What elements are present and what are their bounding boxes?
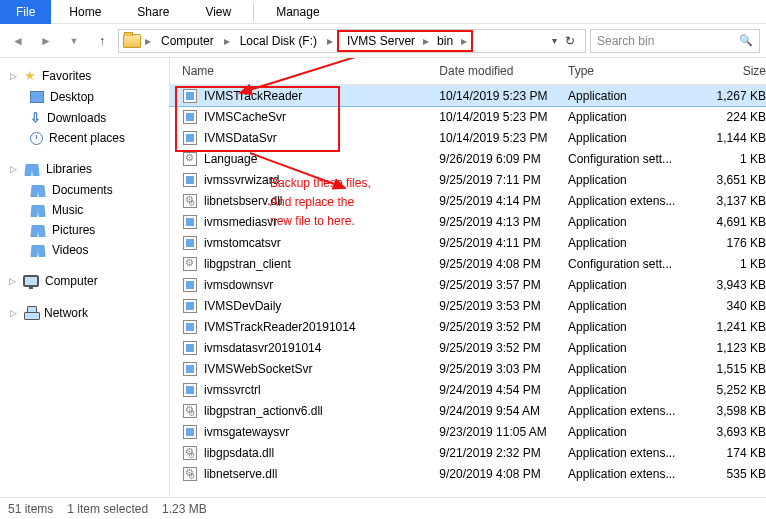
- column-header-date[interactable]: Date modified: [439, 64, 568, 78]
- crumb-computer[interactable]: Computer: [155, 32, 220, 50]
- file-icon: [182, 88, 198, 104]
- file-name: libgpstran_actionv6.dll: [204, 404, 323, 418]
- file-icon: [182, 298, 198, 314]
- status-bar: 51 items 1 item selected 1.23 MB: [0, 497, 766, 519]
- sidebar-favorites[interactable]: ▷ ★ Favorites: [0, 64, 169, 87]
- file-type: Application: [568, 89, 697, 103]
- file-size: 224 KB: [697, 110, 766, 124]
- file-size: 340 KB: [697, 299, 766, 313]
- history-dropdown[interactable]: ▼: [62, 29, 86, 53]
- file-type: Application extens...: [568, 446, 697, 460]
- view-tab[interactable]: View: [187, 0, 249, 24]
- sidebar-item-documents[interactable]: Documents: [0, 180, 169, 200]
- sidebar-libraries[interactable]: ▷ Libraries: [0, 158, 169, 180]
- sidebar-item-desktop[interactable]: Desktop: [0, 87, 169, 107]
- file-row[interactable]: ivmstomcatsvr9/25/2019 4:11 PMApplicatio…: [170, 232, 766, 253]
- file-row[interactable]: ivmssvrwizard9/25/2019 7:11 PMApplicatio…: [170, 169, 766, 190]
- file-row[interactable]: libnetserve.dll9/20/2019 4:08 PMApplicat…: [170, 463, 766, 484]
- file-name: IVMSDevDaily: [204, 299, 281, 313]
- back-button[interactable]: ◄: [6, 29, 30, 53]
- navigation-pane: ▷ ★ Favorites Desktop ⇩Downloads Recent …: [0, 58, 170, 497]
- sidebar-item-downloads[interactable]: ⇩Downloads: [0, 107, 169, 128]
- refresh-button[interactable]: ↻: [559, 30, 581, 52]
- file-date: 9/25/2019 3:52 PM: [439, 320, 568, 334]
- file-type: Configuration sett...: [568, 257, 697, 271]
- file-date: 9/25/2019 3:03 PM: [439, 362, 568, 376]
- chevron-right-icon: ▸: [143, 34, 153, 48]
- file-date: 9/25/2019 4:11 PM: [439, 236, 568, 250]
- crumb-drive[interactable]: Local Disk (F:): [234, 32, 323, 50]
- sidebar-network[interactable]: ▷ Network: [0, 302, 169, 324]
- file-type: Application: [568, 131, 697, 145]
- file-icon: [182, 193, 198, 209]
- column-header-size[interactable]: Size: [697, 64, 766, 78]
- sidebar-computer[interactable]: ▷ Computer: [0, 270, 169, 292]
- file-date: 9/25/2019 3:52 PM: [439, 341, 568, 355]
- address-bar[interactable]: ▸ Computer ▸ Local Disk (F:) ▸ IVMS Serv…: [118, 29, 586, 53]
- file-row[interactable]: Language9/26/2019 6:09 PMConfiguration s…: [170, 148, 766, 169]
- file-list-pane: Name Date modified Type Size IVMSTrackRe…: [170, 58, 766, 497]
- home-tab[interactable]: Home: [51, 0, 119, 24]
- sidebar-label: Libraries: [46, 162, 92, 176]
- status-selected: 1 item selected: [67, 502, 148, 516]
- chevron-right-icon: ▸: [325, 34, 335, 48]
- file-name: libnetserve.dll: [204, 467, 277, 481]
- file-row[interactable]: IVMSTrackReader201910149/25/2019 3:52 PM…: [170, 316, 766, 337]
- share-tab[interactable]: Share: [119, 0, 187, 24]
- file-name: ivmssvrwizard: [204, 173, 279, 187]
- crumb-folder[interactable]: IVMS Server: [341, 32, 421, 50]
- sidebar-item-label: Videos: [52, 243, 88, 257]
- pictures-icon: [30, 223, 46, 237]
- file-type: Application: [568, 236, 697, 250]
- file-row[interactable]: ivmsmediasvr9/25/2019 4:13 PMApplication…: [170, 211, 766, 232]
- file-name: ivmsgatewaysvr: [204, 425, 289, 439]
- file-row[interactable]: ivmsdownsvr9/25/2019 3:57 PMApplication3…: [170, 274, 766, 295]
- file-row[interactable]: IVMSDevDaily9/25/2019 3:53 PMApplication…: [170, 295, 766, 316]
- file-size: 4,691 KB: [697, 215, 766, 229]
- search-placeholder: Search bin: [597, 34, 654, 48]
- sidebar-item-recent[interactable]: Recent places: [0, 128, 169, 148]
- file-row[interactable]: IVMSTrackReader10/14/2019 5:23 PMApplica…: [170, 85, 766, 106]
- file-icon: [182, 382, 198, 398]
- file-row[interactable]: libgpstran_client9/25/2019 4:08 PMConfig…: [170, 253, 766, 274]
- file-icon: [182, 109, 198, 125]
- file-date: 10/14/2019 5:23 PM: [439, 131, 568, 145]
- download-icon: ⇩: [30, 110, 41, 125]
- file-icon: [182, 235, 198, 251]
- file-name: libgpstran_client: [204, 257, 291, 271]
- file-row[interactable]: ivmsdatasvr201910149/25/2019 3:52 PMAppl…: [170, 337, 766, 358]
- file-size: 3,651 KB: [697, 173, 766, 187]
- search-icon: 🔍: [739, 34, 753, 47]
- dropdown-icon[interactable]: ▾: [552, 35, 557, 46]
- libraries-icon: [24, 162, 40, 176]
- file-icon: [182, 214, 198, 230]
- file-row[interactable]: libnetsbserv.dll9/25/2019 4:14 PMApplica…: [170, 190, 766, 211]
- file-size: 3,137 KB: [697, 194, 766, 208]
- collapse-icon: ▷: [10, 308, 18, 318]
- file-size: 3,598 KB: [697, 404, 766, 418]
- file-size: 1,241 KB: [697, 320, 766, 334]
- file-row[interactable]: IVMSWebSocketSvr9/25/2019 3:03 PMApplica…: [170, 358, 766, 379]
- crumb-bin[interactable]: bin: [431, 32, 459, 50]
- file-date: 10/14/2019 5:23 PM: [439, 89, 568, 103]
- sidebar-item-videos[interactable]: Videos: [0, 240, 169, 260]
- sidebar-item-pictures[interactable]: Pictures: [0, 220, 169, 240]
- collapse-icon: ▷: [10, 164, 18, 174]
- file-tab[interactable]: File: [0, 0, 51, 24]
- file-row[interactable]: ivmssvrctrl9/24/2019 4:54 PMApplication5…: [170, 379, 766, 400]
- column-header-name[interactable]: Name: [182, 64, 439, 78]
- file-type: Application: [568, 278, 697, 292]
- sidebar-item-label: Recent places: [49, 131, 125, 145]
- up-button[interactable]: ↑: [90, 29, 114, 53]
- forward-button[interactable]: ►: [34, 29, 58, 53]
- file-row[interactable]: IVMSCacheSvr10/14/2019 5:23 PMApplicatio…: [170, 106, 766, 127]
- file-row[interactable]: libgpsdata.dll9/21/2019 2:32 PMApplicati…: [170, 442, 766, 463]
- search-input[interactable]: Search bin 🔍: [590, 29, 760, 53]
- file-row[interactable]: libgpstran_actionv6.dll9/24/2019 9:54 AM…: [170, 400, 766, 421]
- sidebar-item-music[interactable]: Music: [0, 200, 169, 220]
- file-row[interactable]: IVMSDataSvr10/14/2019 5:23 PMApplication…: [170, 127, 766, 148]
- file-row[interactable]: ivmsgatewaysvr9/23/2019 11:05 AMApplicat…: [170, 421, 766, 442]
- manage-tab[interactable]: Manage: [258, 0, 337, 24]
- column-header-type[interactable]: Type: [568, 64, 697, 78]
- file-icon: [182, 403, 198, 419]
